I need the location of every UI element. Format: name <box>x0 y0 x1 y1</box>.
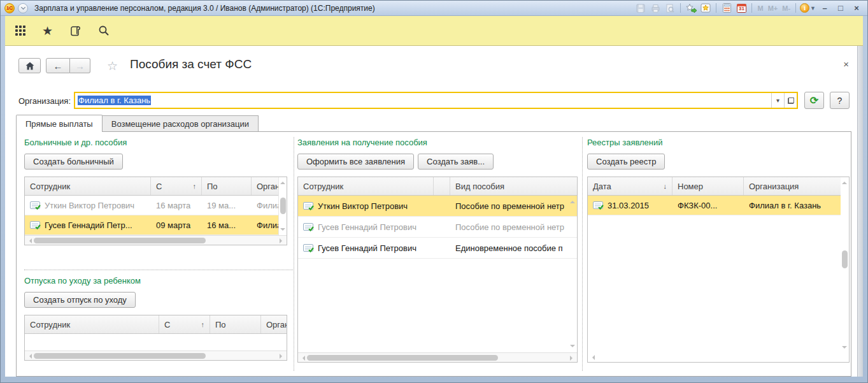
print-preview-icon[interactable] <box>664 3 676 13</box>
info-dropdown-icon: ▼ <box>810 5 816 11</box>
create-register-button[interactable]: Создать реестр <box>587 154 665 170</box>
memory-subtract-button[interactable]: M- <box>781 3 792 13</box>
home-button[interactable] <box>18 58 41 73</box>
table-row[interactable]: Гусев Геннадий Петрович Пособие по време… <box>298 217 577 238</box>
posted-document-icon <box>303 222 314 232</box>
scroll-right-icon[interactable] <box>570 356 575 361</box>
registers-panel: Реестры заявлений Создать реестр Дата↓ Н… <box>587 132 850 376</box>
tab-direct-payments[interactable]: Прямые выплаты <box>16 115 103 132</box>
column-from[interactable]: С↑ <box>159 315 210 333</box>
scroll-thumb[interactable] <box>842 250 848 268</box>
scroll-thumb[interactable] <box>307 355 498 361</box>
favorites-star-icon[interactable]: ★ <box>42 25 53 37</box>
organization-field[interactable]: Филиал в г. Казань ▾ <box>74 92 798 109</box>
column-employee[interactable]: Сотрудник <box>25 315 159 333</box>
calculator-icon[interactable] <box>720 3 733 13</box>
column-employee[interactable]: Сотрудник <box>298 177 434 195</box>
scroll-down-icon[interactable] <box>570 345 575 350</box>
scroll-right-icon[interactable] <box>280 354 285 359</box>
horizontal-scrollbar[interactable] <box>25 350 287 360</box>
home-icon <box>25 62 34 70</box>
refresh-button[interactable]: ⟳ <box>804 92 824 109</box>
save-icon[interactable] <box>634 3 647 13</box>
scroll-up-icon[interactable] <box>570 198 575 203</box>
table-row-selected[interactable]: 31.03.2015 ФКЗК-00... Филиал в г. Казань <box>588 196 841 215</box>
scroll-left-icon[interactable] <box>590 355 595 360</box>
scroll-thumb[interactable] <box>280 198 286 214</box>
organization-open-button[interactable] <box>784 93 797 108</box>
form-close-icon[interactable]: × <box>843 59 849 69</box>
column-organization[interactable]: Организация <box>252 177 278 195</box>
scroll-up-icon[interactable] <box>842 179 847 184</box>
column-date[interactable]: Дата↓ <box>588 177 672 195</box>
date-from: 09 марта <box>151 220 202 230</box>
scroll-left-icon[interactable] <box>300 356 305 361</box>
print-icon[interactable] <box>649 3 662 13</box>
posted-document-icon <box>303 243 314 253</box>
horizontal-scrollbar[interactable] <box>588 353 849 362</box>
calendar-icon[interactable]: 31 <box>735 3 748 13</box>
maximize-button[interactable]: □ <box>834 3 848 13</box>
favorite-page-star-icon[interactable]: ☆ <box>107 60 118 72</box>
tab-strip: Прямые выплаты Возмещение расходов орган… <box>16 115 259 132</box>
search-icon[interactable] <box>98 25 110 36</box>
memory-add-button[interactable]: M+ <box>767 3 779 13</box>
favorites-icon[interactable] <box>699 3 712 13</box>
table-row-selected[interactable]: Уткин Виктор Петрович Пособие по временн… <box>298 196 577 217</box>
sick-leave-heading: Больничные и др. пособия <box>24 138 127 147</box>
column-to[interactable]: По <box>210 315 261 333</box>
scroll-down-icon[interactable] <box>842 346 847 351</box>
scroll-thumb[interactable] <box>34 238 206 243</box>
column-organization[interactable]: Организация <box>744 177 841 195</box>
minimize-button[interactable]: – <box>818 3 832 13</box>
menu-grid-icon[interactable] <box>15 25 25 36</box>
scroll-right-icon[interactable] <box>280 238 285 243</box>
table-row-selected[interactable]: Гусев Геннадий Петр... 09 марта 16 ма...… <box>25 215 278 235</box>
organization-dropdown-button[interactable]: ▾ <box>771 93 784 108</box>
scroll-up-icon[interactable] <box>280 179 285 184</box>
window-scrollbar[interactable] <box>857 46 863 377</box>
scroll-left-icon[interactable] <box>27 238 32 243</box>
scroll-thumb[interactable] <box>34 353 206 359</box>
add-to-favorites-icon[interactable] <box>685 3 697 13</box>
horizontal-scrollbar[interactable] <box>298 352 577 362</box>
help-button[interactable]: ? <box>830 92 850 109</box>
create-childcare-leave-button[interactable]: Создать отпуск по уходу <box>24 292 136 308</box>
column-from[interactable]: С↑ <box>151 177 202 195</box>
memory-recall-button[interactable]: M <box>756 3 764 13</box>
date-from: 16 марта <box>151 201 202 210</box>
table-row[interactable]: Уткин Виктор Петрович 16 марта 19 ма... … <box>25 196 278 215</box>
close-button[interactable]: × <box>850 3 864 13</box>
forward-button[interactable]: → <box>70 58 90 73</box>
register-all-applications-button[interactable]: Оформить все заявления <box>297 154 414 170</box>
create-application-button[interactable]: Создать заяв... <box>418 154 494 170</box>
table-row[interactable]: Гусев Геннадий Петрович Единовременное п… <box>298 238 577 259</box>
column-employee[interactable]: Сотрудник <box>25 177 151 195</box>
column-number[interactable]: Номер <box>672 177 744 195</box>
column-to[interactable]: По <box>202 177 252 195</box>
history-icon[interactable] <box>69 25 82 36</box>
column-benefit-type[interactable]: Вид пособия <box>450 177 577 195</box>
chevron-down-icon: ▾ <box>776 97 779 104</box>
1c-logo-icon: 1С <box>4 3 15 13</box>
empty-table-body <box>588 215 841 353</box>
column-organization[interactable]: Организация <box>261 315 287 333</box>
tab-expense-reimbursement[interactable]: Возмещение расходов организации <box>103 115 259 132</box>
scroll-down-icon[interactable] <box>280 228 285 233</box>
employee-name: Гусев Геннадий Петрович <box>318 222 416 232</box>
system-menu-button[interactable] <box>18 3 28 13</box>
organization-input[interactable]: Филиал в г. Казань <box>75 96 771 105</box>
column-flag[interactable] <box>434 177 450 195</box>
back-button[interactable]: ← <box>46 58 70 73</box>
panel-separator[interactable] <box>582 137 583 371</box>
info-button[interactable]: i ▼ <box>800 3 816 13</box>
panel-separator[interactable] <box>294 137 294 371</box>
scroll-left-icon[interactable] <box>27 354 32 359</box>
form-area: ← → ☆ Пособия за счет ФСС × Организация:… <box>5 46 863 377</box>
sick-leave-table: Сотрудник С↑ По Организация Уткин Виктор… <box>24 177 287 245</box>
horizontal-scrollbar[interactable] <box>25 235 287 245</box>
vertical-scrollbar[interactable] <box>841 177 849 353</box>
vertical-scrollbar[interactable] <box>278 177 287 235</box>
create-sick-leave-button[interactable]: Создать больничный <box>24 154 123 170</box>
row-organization: Филиал в г. Казань <box>252 220 278 230</box>
